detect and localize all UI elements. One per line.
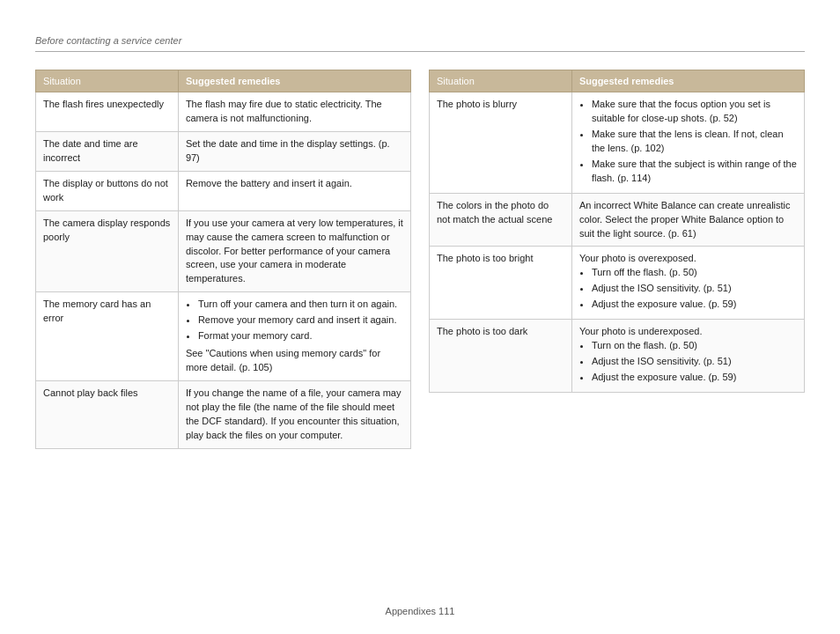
table-row: The photo is too brightYour photo is ove… (430, 247, 805, 320)
right-table: Situation Suggested remedies The photo i… (429, 70, 805, 393)
situation-cell: Cannot play back files (36, 381, 179, 449)
situation-cell: The colors in the photo do not match the… (430, 193, 572, 247)
table-row: The colors in the photo do not match the… (430, 193, 805, 247)
page-footer: Appendixes 111 (0, 606, 840, 616)
page-container: Before contacting a service center Situa… (0, 0, 840, 502)
remedy-cell: The flash may fire due to static electri… (178, 92, 410, 132)
table-row: The display or buttons do not workRemove… (36, 171, 411, 210)
remedy-cell: Your photo is overexposed.Turn off the f… (571, 247, 804, 320)
situation-cell: The photo is too bright (430, 247, 572, 320)
remedy-cell: Set the date and time in the display set… (178, 131, 410, 171)
remedy-cell: If you use your camera at very low tempe… (178, 210, 410, 292)
left-table-situation-header: Situation (36, 70, 179, 92)
table-row: Cannot play back filesIf you change the … (36, 381, 411, 449)
footer-text: Appendixes 111 (386, 606, 455, 616)
remedy-cell: Turn off your camera and then turn it on… (178, 292, 410, 381)
remedy-cell: Remove the battery and insert it again. (178, 171, 410, 210)
situation-cell: The camera display responds poorly (36, 210, 179, 292)
remedy-cell: Make sure that the focus option you set … (571, 92, 804, 194)
left-table-wrapper: Situation Suggested remedies The flash f… (35, 70, 411, 449)
situation-cell: The photo is blurry (430, 92, 572, 194)
table-row: The flash fires unexpectedlyThe flash ma… (36, 92, 411, 132)
situation-cell: The photo is too dark (430, 320, 572, 393)
right-table-wrapper: Situation Suggested remedies The photo i… (429, 70, 805, 393)
tables-row: Situation Suggested remedies The flash f… (35, 70, 805, 449)
page-title: Before contacting a service center (35, 35, 181, 46)
table-row: The photo is blurryMake sure that the fo… (430, 92, 805, 194)
table-row: The memory card has an errorTurn off you… (36, 292, 411, 381)
situation-cell: The display or buttons do not work (36, 171, 179, 210)
situation-cell: The memory card has an error (36, 292, 179, 381)
situation-cell: The flash fires unexpectedly (36, 92, 179, 132)
left-table: Situation Suggested remedies The flash f… (35, 70, 411, 449)
table-row: The photo is too darkYour photo is under… (430, 320, 805, 393)
table-row: The camera display responds poorlyIf you… (36, 210, 411, 292)
table-row: The date and time are incorrectSet the d… (36, 131, 411, 171)
right-table-remedy-header: Suggested remedies (571, 70, 804, 92)
situation-cell: The date and time are incorrect (36, 131, 179, 171)
remedy-cell: An incorrect White Balance can create un… (571, 193, 804, 247)
remedy-cell: If you change the name of a file, your c… (178, 381, 410, 449)
page-header: Before contacting a service center (35, 35, 805, 52)
right-table-situation-header: Situation (430, 70, 572, 92)
left-table-remedy-header: Suggested remedies (178, 70, 410, 92)
remedy-cell: Your photo is underexposed.Turn on the f… (571, 320, 804, 393)
